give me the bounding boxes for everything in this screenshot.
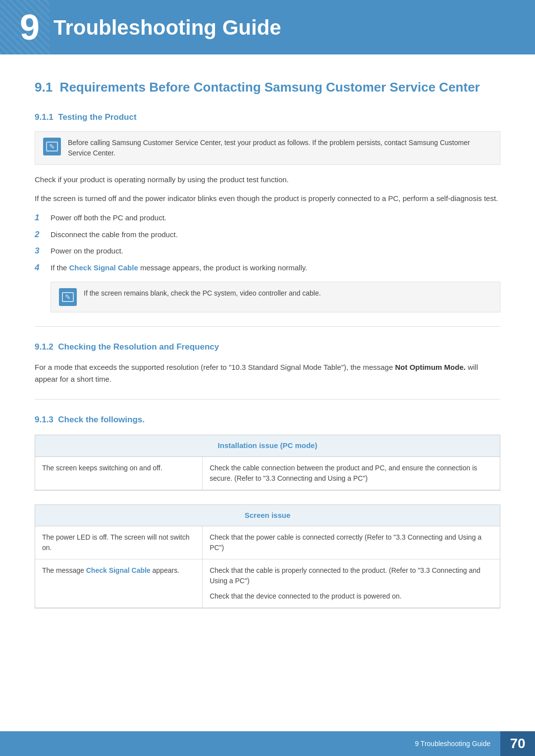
- note-icon-2: [59, 288, 77, 306]
- divider-2: [35, 399, 500, 400]
- installation-table-row-1: The screen keeps switching on and off. C…: [35, 456, 500, 490]
- screen-table: Screen issue The power LED is off. The s…: [35, 505, 500, 608]
- section-9-1-1: 9.1.1 Testing the Product Before calling…: [35, 111, 500, 313]
- screen-table-row-2: The message Check Signal Cable appears. …: [35, 559, 500, 608]
- section-9-1-2: 9.1.2 Checking the Resolution and Freque…: [35, 341, 500, 385]
- main-content: 9.1 Requirements Before Contacting Samsu…: [0, 54, 535, 642]
- step-4: 4 If the Check Signal Cable message appe…: [35, 261, 500, 274]
- step-1: 1 Power off both the PC and product.: [35, 211, 500, 224]
- footer-page-number: 70: [500, 731, 535, 756]
- installation-solution-1: Check the cable connection between the p…: [203, 456, 500, 490]
- page-footer: 9 Troubleshooting Guide 70: [0, 731, 535, 756]
- subsection-9-1-2-title: 9.1.2 Checking the Resolution and Freque…: [35, 341, 500, 353]
- note-text-1: Before calling Samsung Customer Service …: [68, 138, 492, 158]
- installation-issue-1: The screen keeps switching on and off.: [35, 456, 203, 490]
- body-text-2: If the screen is turned off and the powe…: [35, 193, 500, 204]
- divider-1: [35, 326, 500, 327]
- step-2: 2 Disconnect the cable from the product.: [35, 228, 500, 241]
- screen-solution-2: Check that the cable is properly connect…: [203, 559, 500, 608]
- section-9-1: 9.1 Requirements Before Contacting Samsu…: [35, 79, 500, 608]
- subsection-9-1-3-title: 9.1.3 Check the followings.: [35, 413, 500, 426]
- body-text-1: Check if your product is operating norma…: [35, 174, 500, 186]
- body-text-9-1-2: For a mode that exceeds the supported re…: [35, 361, 500, 385]
- subsection-9-1-1-title: 9.1.1 Testing the Product: [35, 111, 500, 124]
- screen-issue-2: The message Check Signal Cable appears.: [35, 559, 203, 608]
- installation-table: Installation issue (PC mode) The screen …: [35, 435, 500, 490]
- page: 9 Troubleshooting Guide 9.1 Requirements…: [0, 0, 535, 756]
- screen-table-header: Screen issue: [35, 505, 500, 526]
- chapter-number: 9: [20, 9, 40, 45]
- section-9-1-3: 9.1.3 Check the followings. Installation…: [35, 413, 500, 609]
- table-screen: Screen issue The power LED is off. The s…: [35, 504, 500, 609]
- note-box-1: Before calling Samsung Customer Service …: [35, 131, 500, 165]
- chapter-title: Troubleshooting Guide: [54, 12, 281, 43]
- step-3: 3 Power on the product.: [35, 245, 500, 257]
- note-icon-1: [43, 138, 61, 155]
- sub-note: If the screen remains blank, check the P…: [51, 282, 500, 312]
- screen-table-row-1: The power LED is off. The screen will no…: [35, 526, 500, 559]
- screen-issue-1: The power LED is off. The screen will no…: [35, 526, 203, 559]
- footer-text: 9 Troubleshooting Guide: [415, 739, 500, 749]
- page-header: 9 Troubleshooting Guide: [0, 0, 535, 54]
- screen-solution-1: Check that the power cable is connected …: [203, 526, 500, 559]
- table-installation: Installation issue (PC mode) The screen …: [35, 435, 500, 491]
- note-text-2: If the screen remains blank, check the P…: [84, 288, 321, 299]
- installation-table-header: Installation issue (PC mode): [35, 435, 500, 456]
- note-box-2: If the screen remains blank, check the P…: [51, 282, 500, 312]
- step-list: 1 Power off both the PC and product. 2 D…: [35, 211, 500, 274]
- section-9-1-title: 9.1 Requirements Before Contacting Samsu…: [35, 79, 500, 96]
